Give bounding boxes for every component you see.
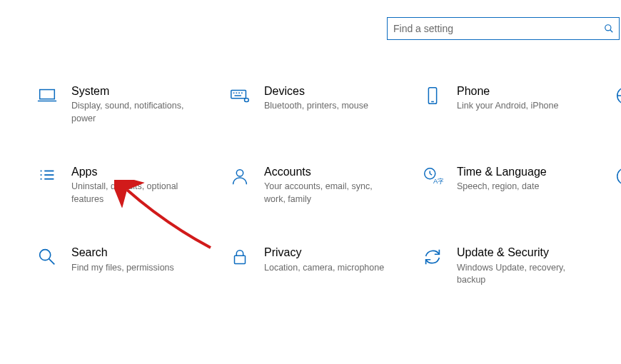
laptop-icon	[36, 84, 59, 107]
tile-title: Devices	[264, 84, 368, 98]
tile-privacy[interactable]: Privacy Location, camera, microphone	[228, 246, 421, 286]
list-icon	[36, 165, 59, 188]
tile-title: Update & Security	[457, 246, 578, 259]
tile-phone[interactable]: Phone Link your Android, iPhone	[421, 84, 614, 125]
svg-rect-4	[231, 91, 246, 98]
search-icon	[604, 24, 614, 34]
tile-empty	[614, 246, 621, 286]
svg-point-0	[605, 25, 611, 31]
tile-desc: Bluetooth, printers, mouse	[264, 100, 368, 113]
search-field-wrapper	[387, 17, 620, 40]
tile-time-language[interactable]: A字 Time & Language Speech, region, date	[421, 165, 614, 206]
tile-title: Phone	[457, 84, 558, 98]
svg-point-28	[40, 250, 51, 261]
tile-desc: Display, sound, notifications, power	[71, 100, 193, 125]
tile-network-partial[interactable]	[614, 84, 621, 125]
phone-icon	[421, 84, 444, 107]
tile-desc: Your accounts, email, sync, work, family	[264, 181, 385, 206]
globe-icon	[614, 84, 621, 107]
svg-rect-30	[235, 256, 246, 264]
tile-devices[interactable]: Devices Bluetooth, printers, mouse	[228, 84, 421, 125]
tile-search[interactable]: Search Find my files, permissions	[36, 246, 228, 286]
lock-icon	[228, 246, 251, 268]
settings-grid: System Display, sound, notifications, po…	[36, 84, 621, 287]
tile-desc: Speech, region, date	[457, 181, 547, 193]
tile-desc: Location, camera, microphone	[264, 262, 384, 275]
tile-title: Accounts	[264, 165, 385, 178]
svg-rect-10	[245, 98, 249, 102]
svg-line-25	[430, 173, 432, 175]
svg-rect-2	[40, 90, 55, 99]
tile-gaming-partial[interactable]	[614, 165, 621, 206]
svg-line-29	[49, 259, 55, 265]
svg-point-27	[617, 168, 621, 185]
svg-line-1	[610, 30, 613, 33]
svg-point-22	[236, 170, 243, 176]
tile-desc: Link your Android, iPhone	[457, 100, 558, 113]
tile-title: Search	[71, 246, 174, 259]
magnifier-icon	[36, 246, 59, 268]
clock-language-icon: A字	[421, 165, 444, 188]
search-input[interactable]	[387, 17, 620, 40]
tile-title: Privacy	[264, 246, 384, 259]
tile-update-security[interactable]: Update & Security Windows Update, recove…	[421, 246, 614, 286]
person-icon	[228, 165, 251, 188]
sync-icon	[421, 246, 444, 268]
tile-title: Apps	[71, 165, 193, 178]
tile-desc: Find my files, permissions	[71, 262, 174, 275]
tile-title: System	[71, 84, 193, 98]
tile-system[interactable]: System Display, sound, notifications, po…	[36, 84, 228, 125]
tile-apps[interactable]: Apps Uninstall, defaults, optional featu…	[36, 165, 228, 206]
svg-text:A字: A字	[433, 178, 443, 186]
tile-title: Time & Language	[457, 165, 547, 178]
tile-desc: Windows Update, recovery, backup	[457, 262, 578, 287]
tile-accounts[interactable]: Accounts Your accounts, email, sync, wor…	[228, 165, 421, 206]
keyboard-icon	[228, 84, 251, 107]
gaming-icon	[614, 165, 621, 188]
tile-desc: Uninstall, defaults, optional features	[71, 181, 193, 206]
